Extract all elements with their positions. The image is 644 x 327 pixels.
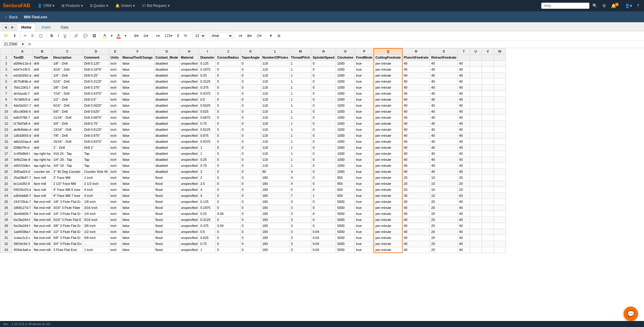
cell-G-16[interactable]: disabled — [154, 145, 180, 151]
cell-A-5[interactable]: d575d84b-d — [12, 78, 33, 84]
cell-F-17[interactable]: false — [121, 151, 154, 157]
cell-E-19[interactable]: inch — [109, 163, 121, 169]
cell-S-25[interactable]: 20 — [430, 199, 458, 205]
cell-P-14[interactable]: true — [355, 133, 374, 139]
cell-G-21[interactable]: flood — [154, 175, 180, 181]
cell-I-19[interactable]: 0.75 — [199, 163, 216, 169]
cell-H-27[interactable]: unspecified — [180, 211, 199, 217]
cell-S-29[interactable]: 20 — [430, 223, 458, 229]
cell-B-11[interactable]: drill — [32, 115, 52, 121]
cell-N-25[interactable]: 0 — [311, 199, 336, 205]
cell-G-2[interactable]: disabled — [154, 60, 180, 66]
cell-T-4[interactable]: 40 — [458, 72, 470, 78]
cell-M-12[interactable]: 1 — [289, 121, 311, 127]
cell-S-16[interactable]: 40 — [430, 145, 458, 151]
cell-D-12[interactable]: Drill 0.75" — [83, 121, 109, 127]
cell-E-9[interactable]: inch — [109, 102, 121, 108]
grid-wrapper[interactable]: ABCDEFGHIJKLMNOPQRSTUVW 1 ToolIDToolType… — [0, 48, 644, 327]
header-cell-Q[interactable]: CuttingFeedrate — [374, 54, 402, 60]
cell-N-20[interactable]: 0 — [311, 169, 336, 175]
cell-T-31[interactable]: 40 — [458, 235, 470, 241]
borders-btn[interactable]: ⊞▾ — [132, 32, 141, 39]
cell-J-21[interactable]: 0 — [216, 175, 240, 181]
cell-K-16[interactable]: 0 — [240, 145, 261, 151]
cell-L-19[interactable]: 118 — [261, 163, 289, 169]
cell-W-33[interactable] — [494, 247, 506, 253]
cell-H-19[interactable]: unspecified — [180, 163, 199, 169]
cell-W-11[interactable] — [494, 115, 506, 121]
tab-arrow-left[interactable]: ◀ — [2, 24, 8, 30]
cell-A-24[interactable]: a3b4ddb8-7 — [12, 193, 33, 199]
cell-D-10[interactable]: Drill 0.625" — [83, 108, 109, 115]
cell-L-2[interactable]: 118 — [261, 60, 289, 66]
cell-O-12[interactable]: 1000 — [336, 121, 355, 127]
cell-K-14[interactable]: 0 — [240, 133, 261, 139]
cell-I-31[interactable]: 0.625 — [199, 235, 216, 241]
cell-L-8[interactable]: 118 — [261, 96, 289, 102]
cell-U-15[interactable] — [470, 139, 482, 145]
cell-E-11[interactable]: inch — [109, 115, 121, 121]
cell-Q-27[interactable]: per-minute — [374, 211, 402, 217]
tab-home[interactable]: Home — [17, 23, 36, 31]
cell-G-23[interactable]: flood — [154, 187, 180, 193]
cell-T-29[interactable]: 40 — [458, 223, 470, 229]
user-menu-btn[interactable]: 👤▾ — [623, 2, 634, 9]
cell-V-11[interactable] — [482, 115, 494, 121]
cell-H-24[interactable]: unspecified — [180, 193, 199, 199]
cell-I-30[interactable]: 0.5 — [199, 229, 216, 235]
cell-S-19[interactable]: 40 — [430, 163, 458, 169]
cell-H-21[interactable]: unspecified — [180, 175, 199, 181]
cell-C-30[interactable]: 1/2" 3 Flute Flat Er — [52, 229, 83, 235]
cell-H-11[interactable]: unspecified — [180, 115, 199, 121]
cell-G-26[interactable]: flood — [154, 205, 180, 211]
bold-btn[interactable]: B — [48, 32, 55, 39]
cell-B-29[interactable]: flat end mill — [32, 223, 52, 229]
header-cell-L[interactable]: NumberOfFlutes — [261, 54, 289, 60]
cell-C-14[interactable]: 7/8" - Drill — [52, 133, 83, 139]
cell-B-18[interactable]: tap right ha — [32, 157, 52, 163]
cell-K-22[interactable]: 0 — [240, 181, 261, 187]
cell-Q-14[interactable]: per-minute — [374, 133, 402, 139]
cell-F-11[interactable]: false — [121, 115, 154, 121]
cell-I-28[interactable]: 0.3125 — [199, 217, 216, 223]
cell-H-25[interactable]: unspecified — [180, 199, 199, 205]
cell-N-29[interactable]: 0 — [311, 223, 336, 229]
col-header-J[interactable]: J — [216, 48, 240, 54]
cell-G-31[interactable]: flood — [154, 235, 180, 241]
cell-M-9[interactable]: 1 — [289, 102, 311, 108]
cell-B-19[interactable]: tap right ha — [32, 163, 52, 169]
cell-U-8[interactable] — [470, 96, 482, 102]
cell-T-2[interactable]: 40 — [458, 60, 470, 66]
cell-M-5[interactable]: 1 — [289, 78, 311, 84]
cell-K-9[interactable]: 0 — [240, 102, 261, 108]
cell-B-17[interactable]: tap right ha — [32, 151, 52, 157]
cell-E-23[interactable]: inch — [109, 187, 121, 193]
cell-E-8[interactable]: inch — [109, 96, 121, 102]
cell-O-6[interactable]: 1000 — [336, 84, 355, 90]
cell-D-7[interactable]: Drill 0.4375" — [83, 90, 109, 96]
cell-J-23[interactable]: 0 — [216, 187, 240, 193]
cell-H-5[interactable]: unspecified — [180, 78, 199, 84]
cell-H-33[interactable]: unspecified — [180, 247, 199, 253]
cell-F-33[interactable]: false — [121, 247, 154, 253]
align-options-btn[interactable]: ≡▾ — [236, 32, 244, 39]
cell-U-18[interactable] — [470, 157, 482, 163]
header-cell-C[interactable]: Description — [52, 54, 83, 60]
cell-V-22[interactable] — [482, 181, 494, 187]
cell-P-10[interactable]: true — [355, 108, 374, 115]
cell-O-9[interactable]: 1000 — [336, 102, 355, 108]
cell-W-4[interactable] — [494, 72, 506, 78]
cell-W-27[interactable] — [494, 211, 506, 217]
cell-J-19[interactable]: 0 — [216, 163, 240, 169]
cell-A-17[interactable]: 1c45b8b9-t — [12, 151, 33, 157]
cell-W-25[interactable] — [494, 199, 506, 205]
cell-G-29[interactable]: flood — [154, 223, 180, 229]
cell-Q-3[interactable]: per-minute — [374, 66, 402, 72]
cell-S-22[interactable]: 10 — [430, 181, 458, 187]
cell-R-11[interactable]: 40 — [402, 115, 430, 121]
cell-A-8[interactable]: 7b7d652f-d — [12, 96, 33, 102]
cell-V-5[interactable] — [482, 78, 494, 84]
cell-J-3[interactable]: 0 — [216, 66, 240, 72]
cell-N-28[interactable]: 0 — [311, 217, 336, 223]
nav-quotes[interactable]: $ Quotes ▾ — [87, 2, 111, 9]
